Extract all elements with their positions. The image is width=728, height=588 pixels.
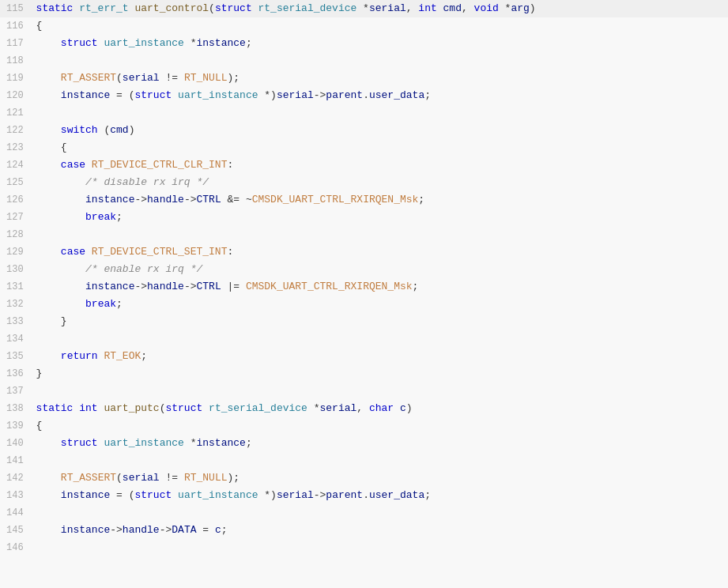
code-line: 116{ — [0, 17, 728, 35]
code-line: 125 /* disable rx irq */ — [0, 174, 728, 191]
code-line: 133 } — [0, 313, 728, 330]
line-number: 119 — [6, 70, 36, 87]
code-line: 134 — [0, 330, 728, 348]
line-content: { — [36, 417, 722, 435]
line-content: instance->handle->CTRL |= CMSDK_UART_CTR… — [36, 278, 722, 296]
line-number: 132 — [6, 296, 36, 313]
line-content: case RT_DEVICE_CTRL_CLR_INT: — [36, 156, 722, 174]
code-line: 143 instance = (struct uart_instance *)s… — [0, 487, 728, 504]
line-content — [36, 330, 722, 348]
line-content: struct uart_instance *instance; — [36, 435, 722, 452]
code-line: 118 — [0, 52, 728, 70]
code-line: 137 — [0, 383, 728, 400]
code-line: 127 break; — [0, 209, 728, 226]
code-line: 146 — [0, 539, 728, 556]
code-line: 139{ — [0, 417, 728, 435]
code-line: 121 — [0, 104, 728, 122]
line-content: RT_ASSERT(serial != RT_NULL); — [36, 469, 722, 487]
line-content: break; — [36, 209, 722, 226]
line-number: 128 — [6, 226, 36, 243]
line-number: 123 — [6, 139, 36, 156]
line-number: 146 — [6, 539, 36, 556]
line-number: 124 — [6, 156, 36, 174]
code-line: 128 — [0, 226, 728, 243]
code-line: 131 instance->handle->CTRL |= CMSDK_UART… — [0, 278, 728, 296]
line-content — [36, 504, 722, 522]
code-line: 117 struct uart_instance *instance; — [0, 35, 728, 52]
line-number: 141 — [6, 452, 36, 469]
line-content: static int uart_putc(struct rt_serial_de… — [36, 400, 722, 417]
line-number: 145 — [6, 522, 36, 539]
code-line: 142 RT_ASSERT(serial != RT_NULL); — [0, 469, 728, 487]
line-content — [36, 104, 722, 122]
code-line: 138static int uart_putc(struct rt_serial… — [0, 400, 728, 417]
line-number: 136 — [6, 365, 36, 383]
code-line: 126 instance->handle->CTRL &= ~CMSDK_UAR… — [0, 191, 728, 209]
code-line: 120 instance = (struct uart_instance *)s… — [0, 87, 728, 104]
line-content: { — [36, 17, 722, 35]
line-content — [36, 52, 722, 70]
line-content: instance->handle->CTRL &= ~CMSDK_UART_CT… — [36, 191, 722, 209]
line-content: static rt_err_t uart_control(struct rt_s… — [36, 0, 722, 17]
code-line: 115static rt_err_t uart_control(struct r… — [0, 0, 728, 17]
code-editor: 115static rt_err_t uart_control(struct r… — [0, 0, 728, 588]
line-content: /* disable rx irq */ — [36, 174, 722, 191]
line-content: case RT_DEVICE_CTRL_SET_INT: — [36, 243, 722, 261]
line-content — [36, 383, 722, 400]
line-number: 118 — [6, 52, 36, 70]
line-content: struct uart_instance *instance; — [36, 35, 722, 52]
line-content — [36, 539, 722, 556]
line-content — [36, 226, 722, 243]
line-number: 129 — [6, 243, 36, 261]
line-number: 133 — [6, 313, 36, 330]
code-line: 123 { — [0, 139, 728, 156]
line-number: 144 — [6, 504, 36, 522]
line-number: 115 — [6, 0, 36, 17]
line-content: return RT_EOK; — [36, 348, 722, 365]
code-line: 144 — [0, 504, 728, 522]
line-content: instance->handle->DATA = c; — [36, 522, 722, 539]
line-number: 139 — [6, 417, 36, 435]
code-line: 141 — [0, 452, 728, 469]
line-content: } — [36, 365, 722, 383]
code-line: 129 case RT_DEVICE_CTRL_SET_INT: — [0, 243, 728, 261]
line-number: 122 — [6, 122, 36, 139]
line-content: } — [36, 313, 722, 330]
code-line: 145 instance->handle->DATA = c; — [0, 522, 728, 539]
line-number: 138 — [6, 400, 36, 417]
line-number: 125 — [6, 174, 36, 191]
code-line: 136} — [0, 365, 728, 383]
code-line: 122 switch (cmd) — [0, 122, 728, 139]
line-number: 116 — [6, 17, 36, 35]
line-number: 131 — [6, 278, 36, 296]
line-number: 140 — [6, 435, 36, 452]
line-content — [36, 452, 722, 469]
line-content: break; — [36, 296, 722, 313]
code-line: 132 break; — [0, 296, 728, 313]
line-number: 120 — [6, 87, 36, 104]
code-line: 124 case RT_DEVICE_CTRL_CLR_INT: — [0, 156, 728, 174]
line-content: { — [36, 139, 722, 156]
line-number: 134 — [6, 330, 36, 348]
line-number: 130 — [6, 261, 36, 278]
line-number: 143 — [6, 487, 36, 504]
line-content: instance = (struct uart_instance *)seria… — [36, 487, 722, 504]
line-number: 137 — [6, 383, 36, 400]
line-number: 121 — [6, 104, 36, 122]
line-number: 126 — [6, 191, 36, 209]
line-number: 142 — [6, 469, 36, 487]
code-line: 135 return RT_EOK; — [0, 348, 728, 365]
line-number: 117 — [6, 35, 36, 52]
line-number: 135 — [6, 348, 36, 365]
line-number: 127 — [6, 209, 36, 226]
code-line: 140 struct uart_instance *instance; — [0, 435, 728, 452]
line-content: switch (cmd) — [36, 122, 722, 139]
code-line: 130 /* enable rx irq */ — [0, 261, 728, 278]
line-content: instance = (struct uart_instance *)seria… — [36, 87, 722, 104]
line-content: RT_ASSERT(serial != RT_NULL); — [36, 70, 722, 87]
line-content: /* enable rx irq */ — [36, 261, 722, 278]
code-line: 119 RT_ASSERT(serial != RT_NULL); — [0, 70, 728, 87]
